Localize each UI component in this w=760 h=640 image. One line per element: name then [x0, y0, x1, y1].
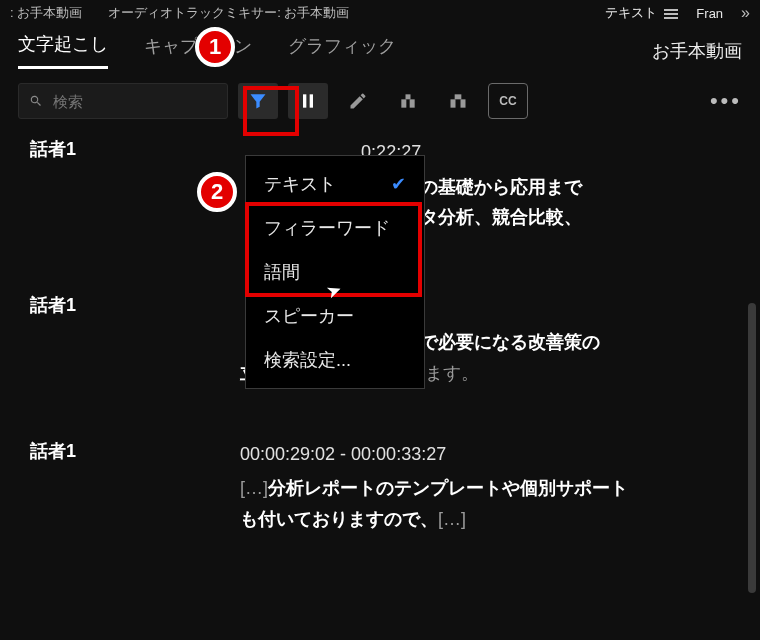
timestamp: 00:00:29:02 - 00:00:33:27 [240, 439, 740, 470]
filter-dropdown: テキスト ✔ フィラーワード 語間 スピーカー 検索設定... [245, 155, 425, 389]
option-label: 検索設定... [264, 348, 351, 372]
panel-label-right-cut: Fran [696, 6, 723, 21]
option-label: フィラーワード [264, 216, 390, 240]
svg-rect-6 [461, 99, 466, 107]
panel-breadcrumb: : お手本動画 オーディオトラックミキサー: お手本動画 テキスト Fran » [0, 0, 760, 28]
speaker-label: 話者1 [30, 137, 240, 233]
svg-rect-3 [410, 99, 415, 107]
filter-option-speaker[interactable]: スピーカー [246, 294, 424, 338]
filter-option-gap[interactable]: 語間 [246, 250, 424, 294]
insert-button[interactable] [388, 83, 428, 119]
speaker-label: 話者1 [30, 293, 240, 389]
panel-label-center: オーディオトラックミキサー: お手本動画 [108, 4, 349, 22]
expand-icon[interactable]: » [741, 4, 750, 22]
tab-transcription[interactable]: 文字起こし [18, 32, 108, 69]
scrollbar[interactable] [748, 303, 756, 593]
sequence-name: お手本動画 [652, 39, 742, 63]
filter-option-filler[interactable]: フィラーワード [246, 206, 424, 250]
svg-rect-2 [401, 99, 406, 107]
pause-segments-button[interactable] [288, 83, 328, 119]
svg-rect-4 [406, 94, 411, 99]
option-label: スピーカー [264, 304, 354, 328]
filter-button[interactable] [238, 83, 278, 119]
overwrite-icon [448, 91, 468, 111]
overwrite-button[interactable] [438, 83, 478, 119]
text-panel-button[interactable]: テキスト [605, 4, 678, 22]
more-menu-button[interactable]: ••• [710, 88, 742, 114]
transcript-body: 00:00:29:02 - 00:00:33:27 […]分析レポートのテンプレ… [240, 439, 740, 535]
filter-option-settings[interactable]: 検索設定... [246, 338, 424, 382]
pencil-icon [348, 91, 368, 111]
filter-option-text[interactable]: テキスト ✔ [246, 162, 424, 206]
option-label: テキスト [264, 172, 336, 196]
option-label: 語間 [264, 260, 300, 284]
transcript-line: も付いておりますので、[…] [240, 504, 740, 535]
search-input-container[interactable] [18, 83, 228, 119]
insert-icon [398, 91, 418, 111]
transcript-line: […]分析レポートのテンプレートや個別サポート [240, 473, 740, 504]
search-icon [29, 93, 43, 109]
transcription-toolbar: CC ••• [0, 69, 760, 133]
search-input[interactable] [53, 93, 217, 110]
edit-button[interactable] [338, 83, 378, 119]
subtabs: 文字起こし キャプション グラフィック お手本動画 [0, 28, 760, 69]
svg-rect-5 [451, 99, 456, 107]
svg-rect-1 [310, 94, 313, 107]
tab-caption[interactable]: キャプション [144, 34, 252, 68]
svg-rect-7 [455, 94, 462, 99]
segments-icon [298, 91, 318, 111]
svg-rect-0 [303, 94, 306, 107]
transcript-entry[interactable]: 話者1 00:00:29:02 - 00:00:33:27 […]分析レポートの… [30, 439, 740, 535]
cc-button[interactable]: CC [488, 83, 528, 119]
menu-icon [664, 7, 678, 21]
tab-graphic[interactable]: グラフィック [288, 34, 396, 68]
panel-label-left: : お手本動画 [10, 4, 82, 22]
check-icon: ✔ [391, 173, 406, 195]
speaker-label: 話者1 [30, 439, 240, 535]
filter-icon [248, 91, 268, 111]
